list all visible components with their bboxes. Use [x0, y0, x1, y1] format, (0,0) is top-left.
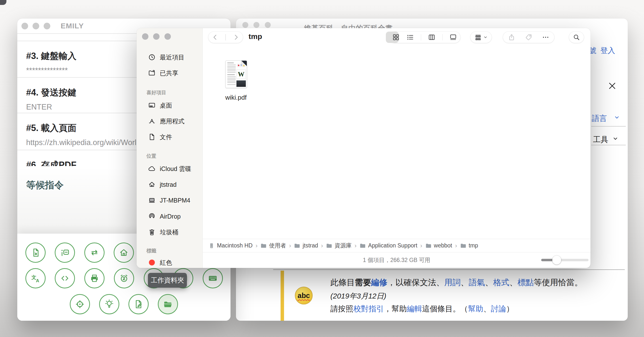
divider [421, 34, 421, 41]
emily-close-button[interactable] [22, 23, 28, 29]
work-folder-button[interactable] [158, 294, 178, 314]
item-count-text: 1 個項目，266.32 GB 可用 [363, 256, 430, 264]
finder-close-button[interactable] [142, 33, 148, 40]
browser-minimize-button[interactable] [254, 22, 260, 28]
breadcrumb-item-folder[interactable]: 使用者 [260, 242, 286, 249]
finder-sidebar: 最近項目 已共享 喜好項目 桌面 應用程式 文件 位置 iCl [136, 28, 203, 268]
airdrop-icon [148, 212, 156, 220]
wikipedia-w-logo: W [236, 70, 246, 79]
chevron-down-icon [613, 136, 618, 141]
forward-icon[interactable] [232, 34, 240, 41]
pdf-file-icon[interactable]: W [225, 61, 247, 88]
tag-icon[interactable] [525, 34, 532, 41]
back-icon[interactable] [212, 34, 219, 41]
nav-buttons [208, 32, 243, 43]
sidebar-item-computer[interactable]: JT-MBPM4 [136, 194, 203, 206]
emily-minimize-button[interactable] [32, 23, 39, 29]
more-icon[interactable] [542, 34, 549, 41]
sidebar-item-airdrop[interactable]: AirDrop [136, 210, 203, 222]
sidebar-item-icloud[interactable]: iCloud 雲碟 [136, 163, 203, 175]
sidebar-item-trash[interactable]: 垃圾桶 [136, 226, 203, 238]
finder-zoom-button[interactable] [164, 33, 171, 40]
laptop-icon [148, 196, 156, 204]
sidebar-item-recents[interactable]: 最近項目 [136, 51, 203, 63]
repeat-button[interactable] [84, 242, 104, 263]
finder-minimize-button[interactable] [153, 33, 160, 40]
file-export-icon [30, 247, 41, 258]
folder-icon [326, 242, 332, 249]
sidebar-header-locations: 位置 [146, 153, 156, 159]
breadcrumb-item-folder[interactable]: Application Support [360, 242, 417, 249]
breadcrumb-item-folder[interactable]: 資源庫 [326, 242, 352, 249]
idea-button[interactable] [99, 294, 119, 314]
keyboard-button[interactable] [203, 268, 223, 288]
icon-view-icon [392, 34, 400, 41]
target-button[interactable] [70, 294, 90, 314]
printer-icon [89, 273, 100, 283]
search-button[interactable] [569, 32, 584, 43]
sidebar-header-favorites: 喜好項目 [146, 89, 166, 96]
gallery-view-icon[interactable] [450, 34, 457, 41]
breadcrumb-item-disk[interactable]: Macintosh HD [208, 242, 252, 249]
tools-dropdown[interactable]: 工具 [593, 134, 608, 145]
folder-icon [360, 242, 366, 249]
print-button[interactable] [84, 268, 104, 288]
sidebar-item-shared[interactable]: 已共享 [136, 67, 203, 79]
home-button[interactable] [114, 242, 134, 263]
login-link[interactable]: 登入 [600, 46, 615, 56]
document-edit-icon [134, 299, 144, 309]
edit-document-button[interactable] [128, 294, 149, 314]
column-view-icon[interactable] [428, 34, 436, 41]
divider [225, 34, 226, 41]
sidebar-item-applications[interactable]: 應用程式 [136, 115, 203, 127]
file-name-label[interactable]: wiki.pdf [216, 94, 256, 101]
repeat-icon [89, 247, 100, 258]
language-dropdown[interactable]: 語言 [592, 113, 607, 124]
breadcrumb-item-folder[interactable]: jtstrad [294, 242, 318, 249]
breadcrumb-item-current[interactable]: tmp [460, 242, 478, 249]
sidebar-item-tag-red[interactable]: 紅色 [136, 257, 203, 268]
divider [591, 145, 626, 145]
copyedit-abc-icon: abc [295, 287, 313, 304]
finder-statusbar: 1 個項目，266.32 GB 可用 [203, 252, 590, 268]
shared-folder-icon [148, 69, 156, 77]
group-button[interactable] [470, 32, 492, 43]
list-view-icon[interactable] [406, 34, 414, 41]
share-icon[interactable] [508, 34, 515, 41]
code-button[interactable] [55, 268, 75, 288]
emily-zoom-button[interactable] [44, 23, 50, 29]
icon-size-slider[interactable] [541, 259, 588, 261]
export-file-button[interactable] [26, 242, 46, 263]
sidebar-item-documents[interactable]: 文件 [136, 131, 203, 143]
finder-toolbar: tmp [203, 28, 590, 44]
home-icon [118, 247, 129, 258]
tooltip: 工作資料夾 [148, 273, 187, 288]
breadcrumb-item-folder[interactable]: webbot [425, 242, 452, 249]
browser-close-button[interactable] [242, 22, 248, 28]
group-by-icon [474, 34, 482, 41]
folder-icon [460, 242, 466, 249]
steps-list-button[interactable] [55, 242, 75, 263]
divider [591, 126, 626, 127]
sidebar-item-home[interactable]: jtstrad [136, 179, 203, 190]
document-icon [148, 133, 156, 141]
close-icon[interactable] [608, 81, 617, 90]
folder-icon [260, 242, 267, 249]
code-icon [60, 273, 70, 283]
alarm-snooze-icon [119, 273, 129, 283]
browser-zoom-button[interactable] [265, 22, 271, 28]
cloud-icon [148, 165, 156, 173]
snooze-button[interactable] [114, 268, 134, 288]
translate-icon: 文A [30, 273, 41, 283]
hard-disk-icon [208, 242, 215, 249]
translate-button[interactable]: 文A [26, 268, 46, 288]
home-icon [148, 181, 156, 188]
view-icons-button[interactable] [392, 34, 400, 41]
sidebar-item-desktop[interactable]: 桌面 [136, 99, 203, 111]
notice-line3: 請按照校對指引，幫助編輯這個條目。（幫助、討論） [330, 304, 514, 314]
desktop: 維基百科，自由的百科全書 號 登入 語言 工具 abc 此條目需要編修，以確保文… [0, 0, 644, 337]
trash-icon [148, 228, 156, 236]
breadcrumb: Macintosh HD › 使用者 › jtstrad › 資源庫 › App… [203, 239, 590, 252]
slider-thumb[interactable] [552, 256, 561, 264]
notice-accent-bar [280, 271, 284, 321]
